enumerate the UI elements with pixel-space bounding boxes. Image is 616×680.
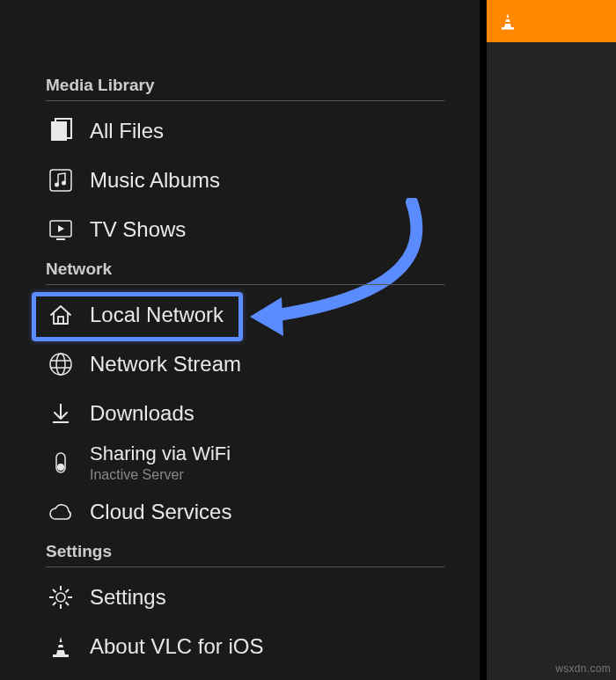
svg-point-11 — [56, 354, 65, 375]
svg-line-25 — [53, 603, 56, 606]
svg-point-17 — [57, 464, 64, 471]
download-icon — [46, 398, 76, 428]
vlc-logo-icon — [497, 11, 518, 32]
divider — [46, 284, 444, 285]
sidebar-item-downloads[interactable]: Downloads — [35, 389, 480, 438]
sidebar-item-sharing-wifi[interactable]: Sharing via WiFi Inactive Server — [35, 438, 480, 487]
section-header-network: Network — [46, 260, 469, 279]
sidebar-item-all-files[interactable]: All Files — [35, 106, 480, 156]
home-icon — [46, 300, 76, 330]
sidebar-item-music-albums[interactable]: Music Albums — [35, 156, 480, 205]
svg-line-24 — [66, 603, 70, 606]
sidebar-item-settings[interactable]: Settings — [35, 573, 480, 622]
sidebar-item-label: Sharing via WiFi — [90, 442, 231, 465]
svg-rect-2 — [50, 170, 71, 191]
sidebar-item-label: Network Stream — [90, 352, 241, 377]
globe-icon — [46, 349, 76, 379]
svg-marker-7 — [58, 225, 64, 232]
svg-rect-9 — [58, 317, 63, 324]
panel-divider — [480, 0, 487, 680]
svg-line-23 — [53, 589, 56, 593]
section-header-settings: Settings — [46, 542, 469, 561]
tv-icon — [46, 215, 76, 245]
toggle-off-icon — [46, 448, 76, 478]
cloud-icon — [46, 497, 76, 527]
sidebar-item-cloud-services[interactable]: Cloud Services — [35, 487, 480, 537]
section-header-media: Media Library — [46, 76, 469, 95]
sidebar-item-label: Cloud Services — [90, 500, 231, 524]
watermark: wsxdn.com — [555, 662, 611, 675]
sidebar-item-label: TV Shows — [90, 217, 186, 242]
sidebar-item-label: Music Albums — [90, 168, 220, 193]
svg-rect-33 — [502, 27, 514, 30]
svg-line-26 — [66, 589, 70, 593]
gear-icon — [46, 582, 76, 612]
svg-rect-29 — [58, 642, 64, 645]
svg-point-4 — [62, 181, 66, 186]
svg-rect-28 — [53, 654, 69, 657]
sidebar-item-label: About VLC for iOS — [90, 634, 263, 659]
divider — [46, 567, 444, 567]
svg-rect-30 — [57, 647, 65, 650]
main-content-area — [487, 42, 616, 680]
svg-rect-35 — [505, 22, 510, 24]
divider — [46, 100, 444, 101]
sidebar-item-tv-shows[interactable]: TV Shows — [35, 205, 480, 254]
svg-marker-32 — [504, 13, 511, 27]
vlc-cone-icon — [46, 632, 76, 662]
sidebar-item-label: All Files — [90, 119, 164, 143]
svg-rect-34 — [506, 18, 510, 19]
music-note-icon — [46, 165, 76, 195]
svg-marker-27 — [56, 637, 65, 654]
sidebar-item-subtext: Inactive Server — [90, 467, 231, 483]
sidebar-item-label: Local Network — [90, 303, 224, 327]
sidebar: Media Library All Files Music Albums TV … — [0, 0, 480, 680]
sidebar-item-network-stream[interactable]: Network Stream — [35, 340, 480, 389]
svg-point-18 — [56, 593, 65, 602]
sidebar-item-label: Settings — [90, 585, 166, 610]
sidebar-item-about[interactable]: About VLC for iOS — [35, 622, 480, 671]
sidebar-item-label: Downloads — [90, 401, 194, 426]
svg-point-10 — [50, 354, 71, 375]
files-stack-icon — [46, 116, 76, 146]
header-band — [487, 0, 616, 42]
sidebar-item-local-network[interactable]: Local Network — [35, 290, 480, 340]
